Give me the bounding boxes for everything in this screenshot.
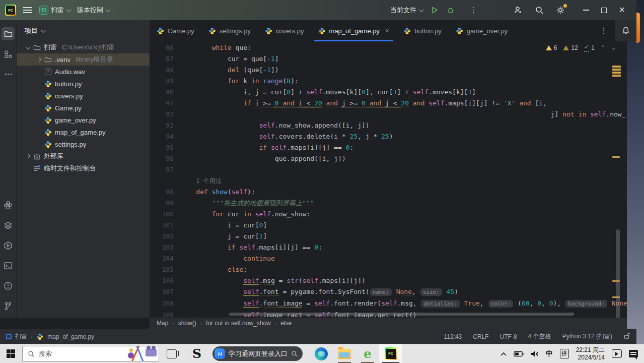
status-item[interactable]: 112:43 (444, 333, 462, 340)
project-tool-icon[interactable] (2, 27, 15, 40)
unknown-file-icon: ? (45, 69, 51, 75)
tree-item-map_of_game.py[interactable]: map_of_game.py (17, 126, 150, 138)
chevron-down-icon[interactable] (41, 28, 46, 33)
strong-warnings: 6 (546, 44, 557, 51)
code-line-101: 101 i = cur[0] (150, 220, 627, 231)
taskbar-search-widget[interactable]: AI 学习通网页登录入口 (212, 346, 303, 361)
status-item[interactable]: 4 个空格 (528, 332, 551, 341)
lock-icon[interactable] (623, 332, 630, 341)
windows-start-button[interactable] (7, 349, 15, 358)
browser-taskbar-icon[interactable]: e (356, 344, 379, 363)
version-control-icon[interactable] (2, 299, 15, 313)
minimize-button[interactable] (583, 10, 589, 11)
breadcrumb-item[interactable]: Map (157, 320, 168, 327)
taskbar-search-box[interactable]: 搜索 (22, 346, 159, 361)
library-icon (33, 153, 41, 160)
editor-tab-map_of_game-py[interactable]: map_of_game.py× (311, 20, 397, 41)
horizontal-scrollbar[interactable] (229, 313, 574, 316)
task-view-button[interactable] (167, 349, 177, 358)
code-line-91: 91 if i >= 0 and i < 20 and j >= 0 and j… (150, 98, 627, 109)
folder-icon (33, 44, 41, 51)
chevron-right-icon: › (200, 321, 202, 326)
editor-tab-covers-py[interactable]: covers.py (258, 20, 311, 41)
search-icon (28, 350, 35, 357)
code-line-99: 99 """将生成的地图展现到屏幕上""" (150, 198, 627, 209)
code-line-94: 94 self.covers.delete(i * 25, j * 25) (150, 131, 627, 142)
tree-item-covers.py[interactable]: covers.py (17, 90, 150, 102)
hidden-icons-chevron[interactable] (500, 352, 507, 356)
file-explorer-taskbar-icon[interactable] (333, 344, 356, 363)
taskbar-clock[interactable]: 22:21 周二 2024/5/14 (576, 346, 605, 361)
project-widget[interactable]: 扫 扫雷 (39, 6, 70, 15)
pycharm-taskbar-icon[interactable]: PC (379, 344, 402, 363)
chevron-right-icon (26, 154, 30, 158)
more-tool-windows-icon[interactable] (2, 68, 15, 81)
battery-icon[interactable] (514, 351, 524, 357)
tree-item-扫雷[interactable]: 扫雷C:\Users\x's'j\扫雷 (17, 41, 150, 53)
search-everywhere-icon[interactable] (535, 6, 544, 15)
status-item[interactable]: UTF-8 (500, 333, 517, 340)
inlay-hint-line: 1 个用法 (150, 175, 627, 187)
editor-tab-settings-py[interactable]: settings.py (201, 20, 258, 41)
breadcrumb-item[interactable]: else (280, 320, 292, 327)
status-file-path[interactable]: 扫雷 › map_of_game.py (6, 332, 94, 341)
terminal-icon[interactable] (2, 259, 15, 272)
tree-item-临时文件和控制台[interactable]: 临时文件和控制台 (17, 162, 150, 174)
ime-mode-indicator[interactable]: 拼 (560, 349, 569, 358)
python-console-icon[interactable] (2, 199, 15, 212)
code-line-105: 105 else: (150, 264, 627, 275)
inspections-widget[interactable]: 6 12 ✓1 ⌃ ⌄ (546, 43, 616, 52)
structure-tool-icon[interactable] (2, 47, 15, 60)
maximize-button[interactable] (601, 8, 607, 13)
breadcrumb-item[interactable]: for cur in self.now_show (206, 320, 271, 327)
chevron-right-icon: › (172, 321, 174, 326)
tree-item-外部库[interactable]: 外部库 (17, 150, 150, 162)
tab-options-icon[interactable]: ⋮ (593, 26, 614, 35)
ime-language-indicator[interactable]: 中 (546, 349, 553, 358)
close-button[interactable]: ✕ (619, 6, 625, 14)
tree-item-Audio.wav[interactable]: ?Audio.wav (17, 66, 150, 78)
notifications-button[interactable] (614, 20, 636, 41)
code-editor[interactable]: 86 while que:87 cur = que[-1]88 del (que… (150, 41, 627, 318)
tree-item-.venv[interactable]: .venvlibrary根目录 (17, 53, 150, 66)
services-icon[interactable] (2, 239, 15, 252)
tree-item-button.py[interactable]: button.py (17, 78, 150, 90)
debug-button[interactable] (447, 6, 455, 14)
run-button[interactable] (431, 6, 439, 14)
settings-gear-icon[interactable] (556, 6, 565, 15)
code-line-103: 103 if self.maps[i][j] == 0: (150, 242, 627, 253)
code-line-98: 98 def show(self): (150, 187, 627, 198)
python-icon (44, 116, 52, 124)
media-window-icon[interactable] (612, 349, 622, 358)
tree-item-game_over.py[interactable]: game_over.py (17, 114, 150, 126)
code-with-me-icon[interactable] (514, 6, 523, 15)
more-actions-icon[interactable]: ⋮ (463, 6, 484, 15)
status-item[interactable]: CRLF (473, 333, 488, 340)
prev-problem-icon[interactable]: ⌃ (601, 44, 605, 51)
editor-tab-game_over-py[interactable]: game_over.py (449, 20, 515, 41)
python-packages-icon[interactable] (2, 219, 15, 232)
status-item[interactable]: Python 3.12 (扫雷) (562, 332, 612, 341)
s-app-icon[interactable]: S (192, 346, 201, 361)
next-problem-icon[interactable]: ⌄ (611, 44, 616, 51)
chevron-down-icon (26, 45, 30, 49)
breadcrumb: Map›show()›for cur in self.now_show›else (150, 318, 627, 329)
run-configuration-selector[interactable]: 当前文件 (390, 6, 422, 15)
tree-item-Game.py[interactable]: Game.py (17, 102, 150, 114)
editor-tab-Game-py[interactable]: Game.py (150, 20, 201, 41)
vertical-scrollbar[interactable] (616, 229, 620, 318)
close-tab-icon[interactable]: × (385, 27, 389, 35)
python-icon (44, 80, 52, 88)
editor-tab-button-py[interactable]: button.py (396, 20, 449, 41)
volume-icon[interactable] (531, 350, 539, 357)
action-center-icon[interactable] (629, 350, 638, 357)
code-line-106: 106 self.msg = str(self.maps[i][j]) (150, 275, 627, 286)
tree-item-settings.py[interactable]: settings.py (17, 138, 150, 150)
vcs-widget[interactable]: 版本控制 (77, 6, 109, 15)
problems-icon[interactable] (2, 279, 15, 292)
edge-taskbar-icon[interactable] (310, 344, 333, 363)
desktop: PC 扫 扫雷 版本控制 当前文件 (0, 0, 644, 363)
python-icon (208, 27, 216, 35)
breadcrumb-item[interactable]: show() (178, 320, 196, 327)
main-menu-icon[interactable] (23, 7, 32, 13)
